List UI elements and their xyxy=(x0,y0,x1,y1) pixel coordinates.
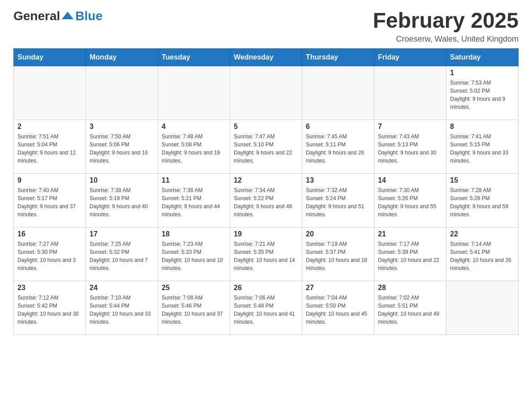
calendar-cell: 18Sunrise: 7:23 AMSunset: 5:33 PMDayligh… xyxy=(158,227,230,281)
day-number: 12 xyxy=(234,176,298,184)
day-info: Sunrise: 7:23 AMSunset: 5:33 PMDaylight:… xyxy=(162,240,226,272)
day-info: Sunrise: 7:45 AMSunset: 5:11 PMDaylight:… xyxy=(306,133,370,165)
weekday-header: Wednesday xyxy=(230,48,302,66)
calendar-cell: 28Sunrise: 7:02 AMSunset: 5:51 PMDayligh… xyxy=(374,281,446,334)
calendar-cell: 15Sunrise: 7:28 AMSunset: 5:28 PMDayligh… xyxy=(446,173,519,227)
day-number: 24 xyxy=(90,284,154,292)
day-info: Sunrise: 7:04 AMSunset: 5:50 PMDaylight:… xyxy=(306,294,370,326)
day-info: Sunrise: 7:48 AMSunset: 5:08 PMDaylight:… xyxy=(162,133,226,165)
day-number: 21 xyxy=(378,230,442,238)
day-number: 27 xyxy=(306,284,370,292)
day-number: 1 xyxy=(450,69,515,77)
day-number: 5 xyxy=(234,123,298,131)
location-subtitle: Croeserw, Wales, United Kingdom xyxy=(373,34,519,44)
page-header: General Blue February 2025 Croeserw, Wal… xyxy=(13,9,519,44)
calendar-cell: 5Sunrise: 7:47 AMSunset: 5:10 PMDaylight… xyxy=(230,120,302,173)
calendar-cell: 10Sunrise: 7:38 AMSunset: 5:19 PMDayligh… xyxy=(86,173,158,227)
day-info: Sunrise: 7:34 AMSunset: 5:22 PMDaylight:… xyxy=(234,186,298,218)
logo-icon xyxy=(61,9,74,23)
day-number: 16 xyxy=(17,230,82,238)
calendar-cell: 3Sunrise: 7:50 AMSunset: 5:06 PMDaylight… xyxy=(86,120,158,173)
day-info: Sunrise: 7:08 AMSunset: 5:46 PMDaylight:… xyxy=(162,294,226,326)
day-number: 9 xyxy=(17,176,82,184)
calendar-week-row: 1Sunrise: 7:53 AMSunset: 5:02 PMDaylight… xyxy=(14,66,519,120)
day-number: 25 xyxy=(162,284,226,292)
calendar-cell: 17Sunrise: 7:25 AMSunset: 5:32 PMDayligh… xyxy=(86,227,158,281)
day-number: 17 xyxy=(90,230,154,238)
day-info: Sunrise: 7:50 AMSunset: 5:06 PMDaylight:… xyxy=(90,133,154,165)
day-info: Sunrise: 7:19 AMSunset: 5:37 PMDaylight:… xyxy=(306,240,370,272)
day-info: Sunrise: 7:36 AMSunset: 5:21 PMDaylight:… xyxy=(162,186,226,218)
day-number: 2 xyxy=(17,123,82,131)
day-info: Sunrise: 7:30 AMSunset: 5:26 PMDaylight:… xyxy=(378,186,442,218)
day-number: 3 xyxy=(90,123,154,131)
calendar-cell xyxy=(14,66,86,120)
day-info: Sunrise: 7:21 AMSunset: 5:35 PMDaylight:… xyxy=(234,240,298,272)
weekday-header: Thursday xyxy=(302,48,374,66)
calendar-cell xyxy=(86,66,158,120)
calendar-cell xyxy=(158,66,230,120)
calendar-cell: 2Sunrise: 7:51 AMSunset: 5:04 PMDaylight… xyxy=(14,120,86,173)
day-number: 14 xyxy=(378,176,442,184)
day-number: 28 xyxy=(378,284,442,292)
calendar-cell: 16Sunrise: 7:27 AMSunset: 5:30 PMDayligh… xyxy=(14,227,86,281)
day-info: Sunrise: 7:02 AMSunset: 5:51 PMDaylight:… xyxy=(378,294,442,326)
day-info: Sunrise: 7:43 AMSunset: 5:13 PMDaylight:… xyxy=(378,133,442,165)
calendar-cell: 7Sunrise: 7:43 AMSunset: 5:13 PMDaylight… xyxy=(374,120,446,173)
day-info: Sunrise: 7:32 AMSunset: 5:24 PMDaylight:… xyxy=(306,186,370,218)
day-info: Sunrise: 7:41 AMSunset: 5:15 PMDaylight:… xyxy=(450,133,515,165)
calendar-cell: 22Sunrise: 7:14 AMSunset: 5:41 PMDayligh… xyxy=(446,227,519,281)
calendar-cell xyxy=(374,66,446,120)
day-info: Sunrise: 7:27 AMSunset: 5:30 PMDaylight:… xyxy=(17,240,82,272)
day-number: 8 xyxy=(450,123,515,131)
day-number: 6 xyxy=(306,123,370,131)
calendar-cell: 19Sunrise: 7:21 AMSunset: 5:35 PMDayligh… xyxy=(230,227,302,281)
svg-marker-0 xyxy=(62,12,73,19)
day-info: Sunrise: 7:14 AMSunset: 5:41 PMDaylight:… xyxy=(450,240,515,272)
day-number: 20 xyxy=(306,230,370,238)
month-year-title: February 2025 xyxy=(373,9,519,33)
calendar-cell: 13Sunrise: 7:32 AMSunset: 5:24 PMDayligh… xyxy=(302,173,374,227)
day-number: 22 xyxy=(450,230,515,238)
calendar-cell xyxy=(446,281,519,334)
day-number: 19 xyxy=(234,230,298,238)
day-info: Sunrise: 7:17 AMSunset: 5:39 PMDaylight:… xyxy=(378,240,442,272)
calendar-cell: 1Sunrise: 7:53 AMSunset: 5:02 PMDaylight… xyxy=(446,66,519,120)
calendar-cell: 8Sunrise: 7:41 AMSunset: 5:15 PMDaylight… xyxy=(446,120,519,173)
weekday-header: Saturday xyxy=(446,48,519,66)
calendar-week-row: 9Sunrise: 7:40 AMSunset: 5:17 PMDaylight… xyxy=(14,173,519,227)
day-number: 4 xyxy=(162,123,226,131)
day-info: Sunrise: 7:12 AMSunset: 5:42 PMDaylight:… xyxy=(17,294,82,326)
logo-text-general: General xyxy=(13,9,60,23)
calendar-cell: 21Sunrise: 7:17 AMSunset: 5:39 PMDayligh… xyxy=(374,227,446,281)
calendar-week-row: 16Sunrise: 7:27 AMSunset: 5:30 PMDayligh… xyxy=(14,227,519,281)
weekday-header: Sunday xyxy=(14,48,86,66)
calendar-cell: 20Sunrise: 7:19 AMSunset: 5:37 PMDayligh… xyxy=(302,227,374,281)
day-info: Sunrise: 7:51 AMSunset: 5:04 PMDaylight:… xyxy=(17,133,82,165)
calendar-cell: 6Sunrise: 7:45 AMSunset: 5:11 PMDaylight… xyxy=(302,120,374,173)
day-number: 13 xyxy=(306,176,370,184)
day-info: Sunrise: 7:25 AMSunset: 5:32 PMDaylight:… xyxy=(90,240,154,272)
calendar-cell: 9Sunrise: 7:40 AMSunset: 5:17 PMDaylight… xyxy=(14,173,86,227)
day-info: Sunrise: 7:38 AMSunset: 5:19 PMDaylight:… xyxy=(90,186,154,218)
calendar-body: 1Sunrise: 7:53 AMSunset: 5:02 PMDaylight… xyxy=(14,66,519,334)
calendar-cell: 4Sunrise: 7:48 AMSunset: 5:08 PMDaylight… xyxy=(158,120,230,173)
calendar-cell: 12Sunrise: 7:34 AMSunset: 5:22 PMDayligh… xyxy=(230,173,302,227)
calendar-cell xyxy=(230,66,302,120)
day-number: 7 xyxy=(378,123,442,131)
weekday-header: Friday xyxy=(374,48,446,66)
calendar-cell: 25Sunrise: 7:08 AMSunset: 5:46 PMDayligh… xyxy=(158,281,230,334)
day-info: Sunrise: 7:53 AMSunset: 5:02 PMDaylight:… xyxy=(450,79,515,111)
title-area: February 2025 Croeserw, Wales, United Ki… xyxy=(373,9,519,44)
logo-text-blue: Blue xyxy=(75,9,103,23)
calendar-cell: 11Sunrise: 7:36 AMSunset: 5:21 PMDayligh… xyxy=(158,173,230,227)
calendar-cell: 24Sunrise: 7:10 AMSunset: 5:44 PMDayligh… xyxy=(86,281,158,334)
day-info: Sunrise: 7:28 AMSunset: 5:28 PMDaylight:… xyxy=(450,186,515,218)
logo: General Blue xyxy=(13,9,103,23)
day-number: 11 xyxy=(162,176,226,184)
day-info: Sunrise: 7:06 AMSunset: 5:48 PMDaylight:… xyxy=(234,294,298,326)
day-number: 15 xyxy=(450,176,515,184)
calendar-cell: 27Sunrise: 7:04 AMSunset: 5:50 PMDayligh… xyxy=(302,281,374,334)
day-number: 10 xyxy=(90,176,154,184)
day-info: Sunrise: 7:40 AMSunset: 5:17 PMDaylight:… xyxy=(17,186,82,218)
